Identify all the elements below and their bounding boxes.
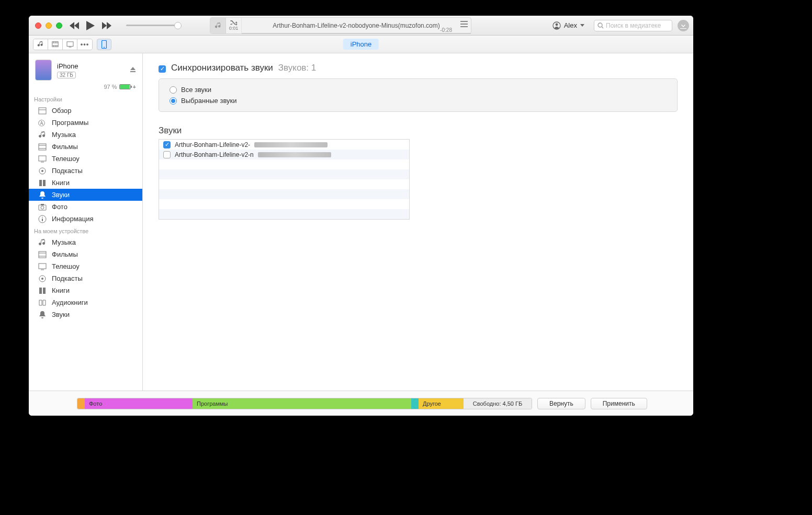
storage-label: Программы (197, 400, 228, 407)
list-item (159, 209, 409, 219)
sidebar-item-label: Музыка (52, 238, 76, 246)
row-checkbox[interactable] (163, 151, 171, 158)
sidebar: iPhone 32 ГБ 97 % + Настройки Обзор ⒶПро… (29, 53, 143, 391)
list-item-label: Arthur-Bonham-Lifeline-v2-n (175, 151, 254, 158)
sidebar-item-movies[interactable]: Фильмы (29, 141, 142, 153)
list-item[interactable]: Arthur-Bonham-Lifeline-v2-n (159, 150, 409, 159)
radio-selected-tones[interactable]: Выбранные звуки (170, 95, 667, 106)
ondevice-item-tones[interactable]: Звуки (29, 308, 142, 321)
list-item[interactable]: Arthur-Bonham-Lifeline-v2- (159, 140, 409, 150)
list-item (159, 199, 409, 209)
sidebar-item-label: Фильмы (52, 143, 78, 151)
sync-title: Синхронизировать звуки (171, 63, 273, 73)
sidebar-item-label: Телешоу (52, 155, 80, 163)
sidebar-item-podcasts[interactable]: Подкасты (29, 165, 142, 177)
sidebar-item-tones[interactable]: Звуки (29, 189, 142, 201)
downloads-icon[interactable] (678, 20, 689, 31)
sidebar-item-label: Книги (52, 179, 70, 187)
apply-button[interactable]: Применить (591, 398, 647, 409)
device-header[interactable]: iPhone 32 ГБ (29, 55, 142, 84)
svg-point-13 (41, 206, 44, 209)
eject-icon[interactable] (130, 66, 136, 74)
account-menu[interactable]: Alex (548, 21, 589, 30)
ondevice-item-movies[interactable]: Фильмы (29, 248, 142, 260)
sidebar-item-info[interactable]: Информация (29, 213, 142, 225)
storage-seg-free: Свободно: 4,50 ГБ (464, 398, 532, 409)
ondevice-item-audiobooks[interactable]: Аудиокниги (29, 296, 142, 308)
list-item (159, 169, 409, 179)
previous-icon[interactable] (70, 22, 79, 29)
volume-slider[interactable] (126, 25, 178, 26)
sidebar-item-label: Обзор (52, 107, 72, 115)
sidebar-item-label: Звуки (52, 191, 70, 199)
next-icon[interactable] (102, 22, 111, 29)
svg-point-2 (598, 23, 602, 27)
device-button[interactable] (97, 39, 111, 50)
svg-point-6 (104, 47, 105, 48)
sidebar-item-label: Программы (52, 119, 88, 127)
tones-list: Arthur-Bonham-Lifeline-v2- Arthur-Bonham… (159, 139, 410, 220)
svg-rect-16 (39, 251, 46, 258)
user-icon (552, 21, 561, 30)
sidebar-item-photos[interactable]: Фото (29, 201, 142, 213)
storage-label: Фото (89, 400, 102, 407)
list-header: Звуки (159, 125, 678, 136)
storage-seg-photo: Фото (85, 398, 193, 409)
playback-controls (70, 21, 178, 30)
tv-source-icon[interactable] (63, 39, 77, 50)
revert-button[interactable]: Вернуть (537, 398, 585, 409)
list-item-label: Arthur-Bonham-Lifeline-v2- (175, 141, 250, 148)
now-playing-widget: 0:01 Arthur-Bonham-Lifeline-v2-nobodyone… (210, 17, 471, 34)
add-icon[interactable]: + (133, 84, 136, 90)
redacted-label (258, 152, 331, 157)
ondevice-item-podcasts[interactable]: Подкасты (29, 272, 142, 284)
search-input[interactable]: Поиск в медиатеке (594, 20, 672, 31)
sidebar-item-label: Фильмы (52, 250, 78, 258)
chevron-down-icon (580, 24, 584, 27)
battery-icon (119, 84, 131, 89)
redacted-label (254, 142, 328, 147)
sidebar-item-overview[interactable]: Обзор (29, 105, 142, 117)
movies-source-icon[interactable] (48, 39, 63, 50)
shuffle-icon[interactable]: 0:01 (226, 18, 242, 33)
sync-checkbox[interactable] (159, 65, 166, 73)
list-item (159, 159, 409, 169)
sidebar-item-music[interactable]: Музыка (29, 129, 142, 141)
sidebar-item-label: Телешоу (52, 262, 80, 270)
sidebar-item-apps[interactable]: ⒶПрограммы (29, 117, 142, 129)
minimize-icon[interactable] (46, 22, 52, 29)
row-checkbox[interactable] (163, 141, 171, 148)
section-header-ondevice: На моем устройстве (29, 225, 142, 236)
storage-seg-docs (411, 398, 419, 409)
radio-label: Выбранные звуки (181, 97, 237, 105)
sidebar-item-label: Книги (52, 287, 70, 294)
storage-label: Свободно: 4,50 ГБ (473, 400, 522, 407)
ondevice-item-books[interactable]: Книги (29, 284, 142, 296)
account-user-label: Alex (564, 21, 577, 29)
zoom-icon[interactable] (56, 22, 62, 29)
sidebar-item-tv[interactable]: Телешоу (29, 153, 142, 165)
sidebar-item-label: Подкасты (52, 274, 83, 282)
tab-iphone[interactable]: iPhone (343, 39, 379, 50)
source-toolbar: ••• iPhone (29, 36, 693, 53)
more-source-icon[interactable]: ••• (77, 39, 92, 50)
battery-percent: 97 % (104, 84, 117, 90)
close-icon[interactable] (35, 22, 41, 29)
radio-all-tones[interactable]: Все звуки (170, 84, 667, 95)
sync-count: Звуков: 1 (278, 63, 316, 73)
sidebar-item-books[interactable]: Книги (29, 177, 142, 189)
search-placeholder: Поиск в медиатеке (606, 22, 661, 29)
svg-rect-7 (39, 108, 46, 114)
svg-rect-17 (39, 264, 46, 269)
sidebar-item-label: Подкасты (52, 167, 83, 175)
titlebar: 0:01 Arthur-Bonham-Lifeline-v2-nobodyone… (29, 16, 693, 36)
window-controls (35, 22, 62, 29)
search-icon (597, 22, 604, 29)
ondevice-item-music[interactable]: Музыка (29, 236, 142, 248)
queue-icon[interactable] (460, 21, 468, 29)
play-icon[interactable] (86, 21, 95, 30)
ondevice-item-tv[interactable]: Телешоу (29, 260, 142, 272)
device-name: iPhone (57, 62, 78, 70)
progress-track[interactable] (242, 33, 471, 34)
music-source-icon[interactable] (33, 39, 48, 50)
